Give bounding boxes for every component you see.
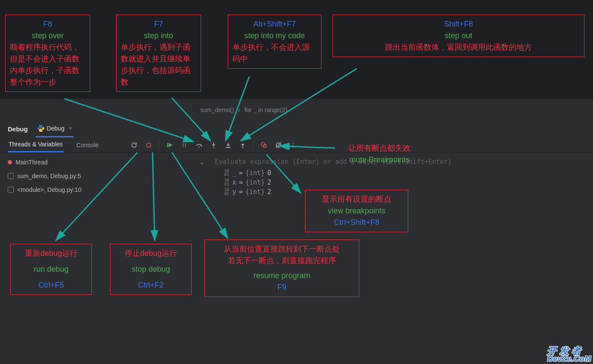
var-value: 0 [267,169,271,177]
var-value: 2 [267,188,271,196]
tool-title: Debug [8,125,28,133]
svg-point-15 [293,145,293,146]
svg-rect-8 [226,147,231,148]
thread-name: MainThread [15,159,48,166]
anno-step-out: Shift+F8 step out 跳出当前函数体，返回到调用此函数的地方 [333,15,584,57]
var-name: _ [232,169,236,177]
svg-rect-2 [147,143,151,147]
anno-run-debug: 重新debug运行 run debug Ctrl+F5 [10,244,92,295]
svg-point-0 [39,125,40,126]
tab-threads-variables[interactable]: Threads & Variables [8,137,64,152]
debug-config-tab[interactable]: Debug × [36,120,74,137]
svg-rect-3 [167,143,168,148]
svg-point-16 [293,146,293,147]
threads-panel: MainThread ⌄ sum_demo, Debug.py:5 <modul… [0,155,211,197]
var-icon: 1001 [224,169,229,177]
frame-label: sum_demo, Debug.py:5 [17,173,81,179]
anno-resume: 从当前位置直接跳转到下一断点处 若无下一断点，则直接跑完程序 resume pr… [205,240,359,297]
step-into-button[interactable] [208,140,219,150]
svg-rect-4 [183,143,183,148]
anno-mute-breakpoints: 让所有断点都失效 mute Breakpoints [334,139,425,169]
svg-point-6 [199,146,199,147]
breadcrumb-b[interactable]: for _ in range(2) [245,106,287,113]
svg-rect-5 [185,143,186,148]
view-breakpoints-button[interactable] [259,140,269,150]
tab-console[interactable]: Console [76,138,99,152]
debug-tab-label: Debug [47,125,64,132]
var-type: {int} [245,179,265,186]
watermark-l2: DevZe.CoM [547,355,591,362]
variable-row[interactable]: 1001 x = {int} 2 [215,178,593,187]
anno-step-into: F7 step into 单步执行，遇到子函数就进入并且继续单步执行，包括源码函… [116,15,201,92]
watermark: 开 发 者 DevZe.CoM [547,347,591,362]
var-name: y [232,188,236,196]
anno-step-over: F8 step over 顺着程序执行代码，但是不会进入子函数内单步执行，子函数… [5,15,90,92]
frame-row[interactable]: sum_demo, Debug.py:5 [0,169,211,183]
debug-toolbar [129,140,298,150]
step-over-button[interactable] [194,140,204,150]
debug-toolwindow-header: Debug Debug × [0,120,593,137]
main-thread-row[interactable]: MainThread ⌄ [0,155,211,169]
frame-label: <module>, Debug.py:10 [17,186,81,193]
breadcrumb[interactable]: sum_demo() › for _ in range(2) [200,106,287,113]
var-icon: 1001 [224,179,229,186]
variable-row[interactable]: 1001 _ = {int} 0 [215,168,593,178]
thread-status-icon [8,160,12,164]
anno-step-into-my-code: Alt+Shift+F7 step into my code 单步执行，不会进入… [228,15,321,69]
step-into-my-code-button[interactable] [223,140,233,150]
chevron-down-icon[interactable]: ⌄ [199,159,205,166]
frame-row[interactable]: <module>, Debug.py:10 [0,183,211,197]
mute-breakpoints-button[interactable] [273,140,284,150]
frame-icon [8,187,14,193]
close-icon[interactable]: × [69,125,72,131]
var-value: 2 [267,179,271,186]
more-button[interactable] [288,140,298,150]
step-out-button[interactable] [238,140,248,150]
var-name: x [232,179,236,186]
toolbar-divider [159,141,159,149]
watermark-l1: 开 发 者 [547,347,591,355]
resume-button[interactable] [165,140,175,150]
python-icon [37,125,44,132]
pause-button[interactable] [179,140,190,150]
stop-button[interactable] [144,140,154,150]
toolbar-divider [253,141,254,149]
svg-point-14 [293,143,293,143]
var-type: {int} [245,188,265,196]
svg-point-9 [242,147,243,148]
breadcrumb-sep: › [238,106,240,113]
var-icon: 1001 [224,188,229,196]
frame-icon [8,173,14,179]
breadcrumb-a[interactable]: sum_demo() [200,106,234,113]
anno-stop-debug: 停止debug运行 stop debug Ctrl+F2 [110,244,192,295]
anno-view-breakpoints: 显示所有设置的断点 view breakpoints Ctrl+Shift+F8 [305,190,408,232]
svg-point-1 [41,130,42,131]
svg-point-7 [213,147,214,148]
var-type: {int} [245,169,265,177]
rerun-button[interactable] [129,140,139,150]
